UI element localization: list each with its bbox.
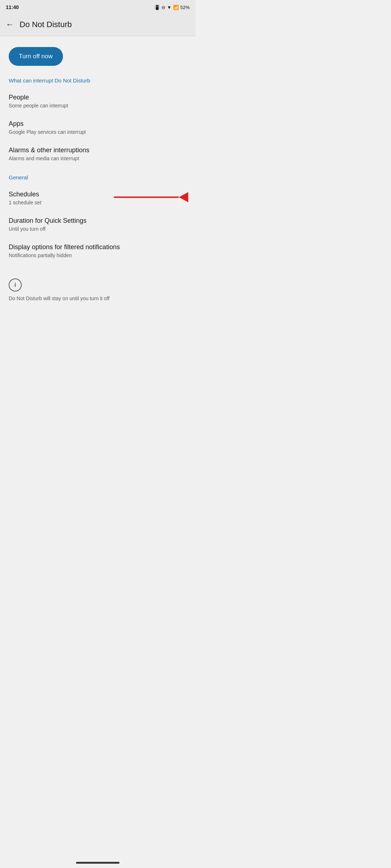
duration-title: Duration for Quick Settings: [9, 217, 187, 225]
info-section: i Do Not Disturb will stay on until you …: [9, 273, 187, 308]
people-subtitle: Some people can interrupt: [9, 103, 187, 109]
alarms-subtitle: Alarms and media can interrupt: [9, 156, 187, 161]
general-section-header: General: [9, 174, 187, 180]
duration-setting[interactable]: Duration for Quick Settings Until you tu…: [9, 211, 187, 238]
people-title: People: [9, 94, 187, 101]
arrow-head: [179, 192, 188, 202]
status-icons: 📳 ⊖ ▼ 📶 52%: [154, 5, 190, 10]
status-bar: 11:40 📳 ⊖ ▼ 📶 52%: [0, 0, 196, 13]
info-text: Do Not Disturb will stay on until you tu…: [9, 295, 109, 302]
general-section: General Schedules 1 schedule set Duratio…: [9, 174, 187, 308]
main-content: Turn off now What can interrupt Do Not D…: [0, 36, 196, 315]
schedules-setting[interactable]: Schedules 1 schedule set: [9, 185, 187, 211]
alarms-title: Alarms & other interruptions: [9, 146, 187, 154]
app-bar: ← Do Not Disturb: [0, 13, 196, 36]
display-options-subtitle: Notifications partially hidden: [9, 252, 187, 258]
vibrate-icon: 📳: [154, 5, 160, 10]
info-icon: i: [9, 278, 22, 292]
status-time: 11:40: [6, 4, 19, 10]
people-setting[interactable]: People Some people can interrupt: [9, 88, 187, 114]
display-options-title: Display options for filtered notificatio…: [9, 243, 187, 251]
turn-off-now-button[interactable]: Turn off now: [9, 47, 63, 66]
arrow-annotation: [114, 192, 187, 202]
interrupt-section-header[interactable]: What can interrupt Do Not Disturb: [9, 77, 187, 84]
dnd-icon: ⊖: [161, 5, 165, 10]
duration-subtitle: Until you turn off: [9, 226, 187, 232]
page-title: Do Not Disturb: [20, 20, 72, 29]
apps-setting[interactable]: Apps Google Play services can interrupt: [9, 114, 187, 141]
arrow-line: [114, 196, 179, 198]
apps-subtitle: Google Play services can interrupt: [9, 129, 187, 135]
battery-icon: 52%: [180, 5, 190, 10]
display-options-setting[interactable]: Display options for filtered notificatio…: [9, 238, 187, 264]
apps-title: Apps: [9, 120, 187, 128]
alarms-setting[interactable]: Alarms & other interruptions Alarms and …: [9, 141, 187, 167]
back-button[interactable]: ←: [6, 20, 14, 29]
signal-icon: 📶: [173, 5, 179, 10]
wifi-icon: ▼: [167, 5, 172, 10]
